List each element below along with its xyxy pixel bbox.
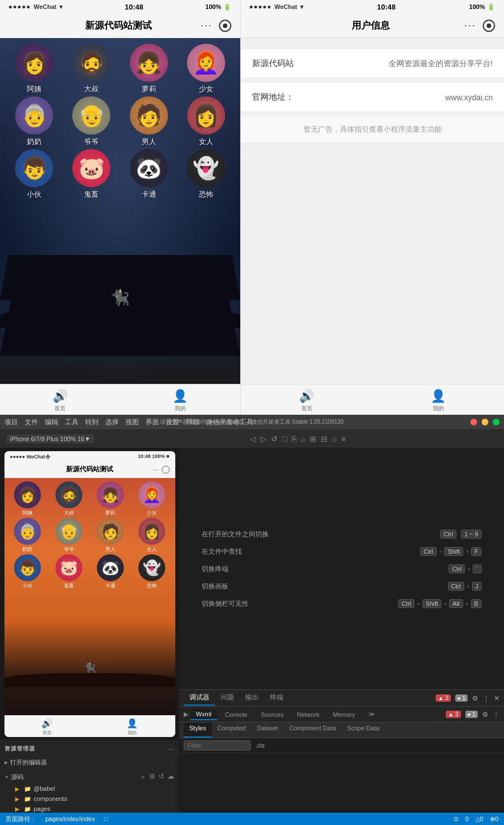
source-add-icon[interactable]: ＋ [139, 772, 146, 782]
avatar-nainai[interactable]: 👵 奶奶 [9, 96, 59, 147]
tab-network[interactable]: Network [291, 710, 325, 720]
menu-item-edit[interactable]: 编辑 [45, 418, 58, 427]
debug-tab-debugger[interactable]: 调试器 [184, 690, 215, 706]
tab-console[interactable]: Console [220, 710, 253, 720]
source-cloud-icon[interactable]: ☁ [167, 772, 174, 782]
section-source: ▼ 源码 ＋ ⊞ ↺ ☁ ▶ 📁 @bab [0, 770, 179, 813]
menu-item-view[interactable]: 视图 [125, 418, 139, 427]
window-minimize-button[interactable] [482, 419, 488, 425]
mini-ayi[interactable]: 👩 阿姨 [8, 481, 46, 517]
tab-sources[interactable]: Sources [255, 710, 289, 720]
debug-tab-terminal[interactable]: 终端 [264, 690, 289, 706]
menu-item-tools[interactable]: 工具 [65, 418, 78, 427]
inspector-tab-scope-data[interactable]: Scope Data [342, 722, 385, 738]
wxml-more-icon[interactable]: ⋮ [493, 711, 500, 719]
inspector-tab-computed[interactable]: Computed [212, 722, 251, 738]
nav-profile[interactable]: 👤 我的 [172, 389, 188, 412]
menu-item-project[interactable]: 项目 [4, 418, 18, 427]
toolbar-add-icon[interactable]: ⊞ [310, 434, 316, 443]
debug-more-icon[interactable]: ⋮ [483, 694, 489, 702]
source-refresh-icon[interactable]: ↺ [158, 772, 164, 782]
menu-item-interface[interactable]: 界面 [146, 418, 159, 427]
file-explorer-more[interactable]: ··· [167, 744, 174, 753]
mini-yeye-label: 爷爷 [64, 546, 74, 553]
scan-icon[interactable] [219, 20, 231, 32]
open-editors-header[interactable]: ▶ 打开的编辑器 [0, 757, 179, 768]
file-babel[interactable]: ▶ 📁 @babel [0, 784, 179, 794]
avatar-shaonu[interactable]: 👩‍🦰 少女 [181, 44, 231, 94]
tab-memory[interactable]: Memory [328, 710, 361, 720]
avatar-nanren[interactable]: 🧑 男人 [124, 96, 174, 147]
file-pages[interactable]: ▶ 📁 pages [0, 804, 179, 813]
more-icon[interactable]: ··· [200, 20, 212, 31]
mini-nanren[interactable]: 🧑 男人 [91, 518, 129, 553]
mini-dashu[interactable]: 🧔 大叔 [50, 481, 88, 517]
filter-input[interactable] [184, 740, 251, 750]
avatar-ayi[interactable]: 👩 阿姨 [9, 44, 59, 94]
menu-item-select[interactable]: 选择 [105, 418, 119, 427]
debug-settings-icon[interactable]: ⚙ [472, 694, 478, 702]
avatar-guishou[interactable]: 🐷 鬼畜 [66, 149, 116, 200]
mini-phone: ●●●●● WeChat令 10:48 100% ■ 新源代码站测试 ··· [4, 451, 175, 737]
mini-yeye[interactable]: 👴 爷爷 [50, 518, 88, 553]
avatar-mengli[interactable]: 👧 萝莉 [124, 44, 174, 94]
avatar-dashu[interactable]: 🧔 大叔 [66, 44, 116, 94]
mini-scan-icon[interactable] [162, 466, 170, 474]
tab-more[interactable]: ≫ [363, 709, 381, 720]
toolbar-menu-icon[interactable]: ≡ [341, 434, 346, 443]
mini-mengli[interactable]: 👧 萝莉 [91, 481, 129, 517]
wxml-settings-icon[interactable]: ⚙ [482, 711, 488, 719]
key-backtick: ` [473, 564, 482, 573]
toolbar-back-icon[interactable]: ◁ [250, 434, 256, 443]
avatar-kongbu[interactable]: 👻 恐怖 [181, 149, 231, 200]
mini-katong-label: 卡通 [105, 582, 115, 590]
window-maximize-button[interactable] [493, 419, 500, 425]
mini-nav-home[interactable]: 🔊 首页 [41, 718, 53, 736]
menu-item-goto[interactable]: 转到 [85, 418, 99, 427]
menu-item-file[interactable]: 文件 [25, 418, 38, 427]
mini-xiaohuoz[interactable]: 👦 小伙 [8, 554, 46, 590]
mini-nvren[interactable]: 👩 女人 [133, 518, 171, 553]
mini-shaonu[interactable]: 👩‍🦰 少女 [133, 481, 171, 517]
mini-kongbu[interactable]: 👻 恐怖 [133, 554, 171, 590]
toolbar-stop-icon[interactable]: □ [282, 434, 287, 443]
toolbar-refresh-icon[interactable]: ↺ [271, 434, 278, 443]
debug-tab-output[interactable]: 输出 [240, 690, 264, 706]
toolbar-remove-icon[interactable]: ⊟ [321, 434, 328, 443]
nav-home[interactable]: 🔊 首页 [53, 389, 68, 412]
avatar-katong[interactable]: 🐼 卡通 [124, 149, 174, 200]
inspector-tab-component-data[interactable]: Component Data [284, 722, 342, 738]
mini-nainai[interactable]: 👵 奶奶 [8, 518, 46, 553]
avatar-nvren[interactable]: 👩 女人 [181, 96, 231, 147]
mini-guishou[interactable]: 🐷 鬼畜 [50, 554, 88, 590]
right-nav-home[interactable]: 🔊 首页 [299, 389, 314, 412]
debug-tab-issues[interactable]: 问题 [215, 690, 240, 706]
avatar-xiaohuoz[interactable]: 👦 小伙 [9, 149, 59, 200]
signal-dot [250, 6, 253, 8]
toolbar-copy-icon[interactable]: ⎘ [292, 434, 296, 443]
toolbar-home-icon[interactable]: ⌂ [332, 434, 337, 443]
right-nav-profile[interactable]: 👤 我的 [431, 389, 446, 412]
inspector-tab-dataset[interactable]: Dataset [251, 722, 284, 738]
tab-wxml[interactable]: Wxml [190, 709, 217, 720]
device-selector[interactable]: iPhone 6/7/8 Plus 100% 16▼ [7, 434, 94, 443]
filter-cls-button[interactable]: .cls [255, 742, 265, 749]
window-close-button[interactable] [470, 419, 477, 425]
source-expand-icon[interactable]: ⊞ [150, 772, 155, 782]
mini-katong[interactable]: 🐼 卡通 [91, 554, 129, 590]
right-more-icon[interactable]: ··· [464, 20, 476, 31]
wifi-icon: ▾ [59, 3, 63, 11]
mini-ayi-label: 阿姨 [22, 509, 32, 517]
mini-more-icon[interactable]: ··· [152, 466, 158, 474]
status-path-icon[interactable]: □ [104, 815, 108, 822]
inspector-tab-styles[interactable]: Styles [184, 722, 212, 738]
right-scan-icon[interactable] [483, 20, 495, 32]
avatar-yeye[interactable]: 👴 爷爷 [66, 96, 116, 147]
file-components[interactable]: ▶ 📁 components [0, 794, 179, 804]
wxml-play-icon[interactable]: ▶ [184, 711, 188, 718]
toolbar-forward-icon[interactable]: ▷ [260, 434, 267, 443]
debug-close-icon[interactable]: ✕ [494, 694, 500, 702]
toolbar-search-icon[interactable]: ⌕ [301, 434, 305, 443]
source-header[interactable]: ▼ 源码 ＋ ⊞ ↺ ☁ [0, 771, 179, 784]
mini-nav-profile[interactable]: 👤 我的 [127, 718, 138, 736]
